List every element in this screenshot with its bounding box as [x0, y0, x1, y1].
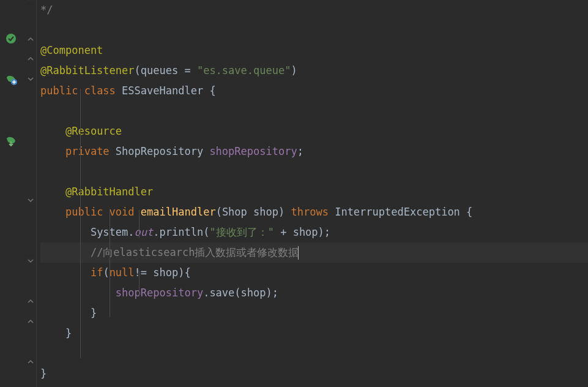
bean-icon[interactable] — [4, 72, 18, 86]
code-line — [40, 344, 588, 364]
indent-guide — [110, 210, 110, 317]
indent-guide — [139, 271, 140, 296]
code-line: @Resource — [40, 121, 588, 141]
implemented-icon[interactable] — [4, 32, 18, 45]
fold-open-icon[interactable] — [27, 75, 34, 83]
code-editor[interactable]: */ @Component @RabbitListener(queues = "… — [37, 0, 588, 387]
fold-open-icon[interactable] — [27, 197, 34, 204]
fold-gutter — [24, 0, 37, 387]
code-line — [40, 20, 588, 40]
code-line: @RabbitHandler — [40, 182, 588, 202]
code-line: shopRepository.save(shop); — [40, 283, 588, 303]
code-line — [40, 162, 588, 182]
code-line: } — [40, 303, 588, 323]
fold-close-icon[interactable] — [27, 36, 34, 43]
fold-close-icon[interactable] — [27, 55, 34, 62]
indent-guide — [139, 210, 140, 238]
code-line: public void emailHandler(Shop shop) thro… — [40, 202, 588, 222]
code-line: */ — [40, 0, 588, 20]
fold-close-icon[interactable] — [27, 298, 34, 305]
fold-close-icon[interactable] — [27, 0, 34, 2]
code-line: @Component — [40, 40, 588, 61]
text-caret — [298, 246, 299, 260]
svg-point-0 — [6, 34, 16, 43]
code-line: @RabbitListener(queues = "es.save.queue"… — [40, 61, 588, 81]
code-line: } — [40, 364, 588, 384]
code-line: public class ESSaveHandler { — [40, 81, 588, 101]
fold-close-icon[interactable] — [27, 358, 34, 366]
fold-close-icon[interactable] — [27, 318, 34, 325]
fold-open-icon[interactable] — [27, 257, 34, 265]
code-line: private ShopRepository shopRepository; — [40, 141, 588, 162]
code-line-active: //向elasticsearch插入数据或者修改数据 — [40, 242, 588, 263]
bean-inject-icon[interactable] — [4, 133, 18, 147]
code-line: System.out.println("接收到了：" + shop); — [40, 222, 588, 242]
code-line — [40, 101, 588, 121]
indent-guide — [80, 89, 81, 358]
code-line: if(null!= shop){ — [40, 263, 588, 283]
code-line: } — [40, 323, 588, 344]
gutter-icon-area — [0, 0, 24, 387]
